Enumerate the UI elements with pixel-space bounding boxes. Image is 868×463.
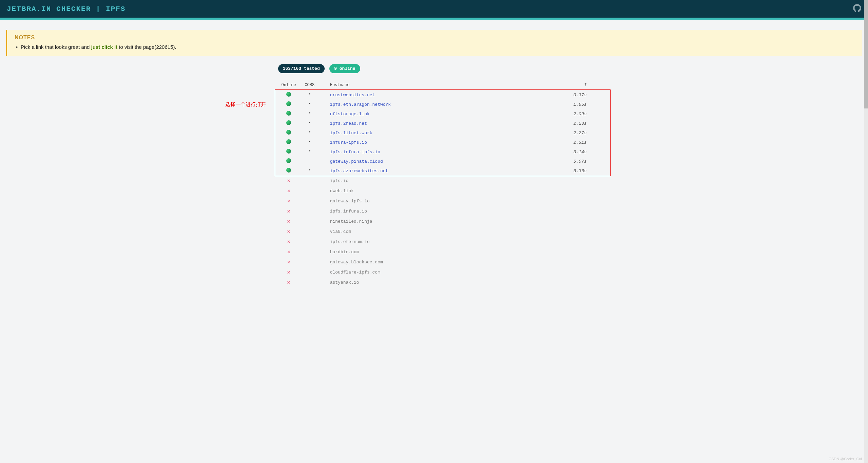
table-row: ✕cloudflare-ipfs.com xyxy=(278,267,590,277)
table-row: ✕dweb.link xyxy=(278,186,590,196)
table-row: ✕via0.com xyxy=(278,226,590,237)
table-row[interactable]: *ipfs.2read.net2.23s xyxy=(278,119,590,128)
time-cell: 1.65s xyxy=(560,100,590,109)
status-cell xyxy=(278,157,300,166)
hostname-cell: crustwebsites.net xyxy=(320,90,560,100)
cross-icon: ✕ xyxy=(287,239,290,245)
hostname-link[interactable]: ipfs.eth.aragon.network xyxy=(330,102,391,107)
cross-icon: ✕ xyxy=(287,269,290,276)
status-cell: ✕ xyxy=(278,247,300,257)
annotation-label: 选择一个进行打开 xyxy=(225,101,266,108)
hostname-link[interactable]: crustwebsites.net xyxy=(330,93,375,98)
status-cell xyxy=(278,128,300,138)
table-row[interactable]: gateway.pinata.cloud5.07s xyxy=(278,157,590,166)
github-link[interactable] xyxy=(853,4,861,14)
status-cell: ✕ xyxy=(278,176,300,186)
hostname-cell: ipfs.litnet.work xyxy=(320,128,560,138)
status-cell: ✕ xyxy=(278,277,300,287)
table-row: ✕ninetailed.ninja xyxy=(278,216,590,226)
col-online: Online xyxy=(278,80,300,90)
hostname-cell: hardbin.com xyxy=(320,247,560,257)
cors-cell xyxy=(300,267,320,277)
cross-icon: ✕ xyxy=(287,219,290,225)
notes-box: NOTES Pick a link that looks great and j… xyxy=(6,30,862,56)
notes-text-bold: just click it xyxy=(91,44,118,50)
cors-cell xyxy=(300,257,320,267)
table-row: ✕gateway.ipfs.io xyxy=(278,196,590,206)
header: JETBRA.IN CHECKER | IPFS xyxy=(0,0,868,18)
time-cell: 5.07s xyxy=(560,157,590,166)
scrollbar-thumb[interactable] xyxy=(864,0,868,108)
status-cell xyxy=(278,100,300,109)
globe-icon xyxy=(286,92,291,97)
hostname-cell: via0.com xyxy=(320,226,560,237)
time-cell: 2.27s xyxy=(560,128,590,138)
status-cell: ✕ xyxy=(278,186,300,196)
status-cell: ✕ xyxy=(278,196,300,206)
cors-cell: * xyxy=(300,166,320,176)
table-row: ✕ipfs.eternum.io xyxy=(278,237,590,247)
globe-icon xyxy=(286,158,291,163)
col-cors: CORS xyxy=(300,80,320,90)
status-cell xyxy=(278,109,300,119)
time-cell xyxy=(560,176,590,186)
time-cell xyxy=(560,186,590,196)
online-pill: 9 online xyxy=(329,64,360,73)
hostname-cell: nftstorage.link xyxy=(320,109,560,119)
hostname-link[interactable]: ipfs.litnet.work xyxy=(330,130,372,136)
table-row[interactable]: *infura-ipfs.io2.31s xyxy=(278,138,590,147)
cors-cell: * xyxy=(300,147,320,157)
main-content: NOTES Pick a link that looks great and j… xyxy=(0,20,868,298)
status-cell: ✕ xyxy=(278,216,300,226)
table-header-row: Online CORS Hostname T xyxy=(278,80,590,90)
globe-icon xyxy=(286,139,291,144)
status-pills: 163/163 tested 9 online xyxy=(278,64,590,73)
hostname-cell: astyanax.io xyxy=(320,277,560,287)
cors-cell xyxy=(300,237,320,247)
status-cell: ✕ xyxy=(278,206,300,216)
time-cell xyxy=(560,196,590,206)
cors-cell: * xyxy=(300,128,320,138)
hostname-link[interactable]: ipfs.azurewebsites.net xyxy=(330,168,388,174)
notes-item: Pick a link that looks great and just cl… xyxy=(15,44,855,50)
hostname-link[interactable]: ipfs.infura-ipfs.io xyxy=(330,149,380,155)
hostname-link[interactable]: gateway.pinata.cloud xyxy=(330,159,383,164)
hostname-cell: ipfs.eternum.io xyxy=(320,237,560,247)
scrollbar[interactable] xyxy=(864,0,868,298)
globe-icon xyxy=(286,130,291,135)
time-cell xyxy=(560,257,590,267)
table-row[interactable]: *ipfs.infura-ipfs.io3.14s xyxy=(278,147,590,157)
cross-icon: ✕ xyxy=(287,178,290,184)
table-row[interactable]: *crustwebsites.net0.37s xyxy=(278,90,590,100)
hostname-link[interactable]: nftstorage.link xyxy=(330,112,370,117)
time-cell: 6.36s xyxy=(560,166,590,176)
cross-icon: ✕ xyxy=(287,188,290,194)
hostname-link[interactable]: infura-ipfs.io xyxy=(330,140,367,145)
hostname-link[interactable]: ipfs.2read.net xyxy=(330,121,367,126)
table-row[interactable]: *nftstorage.link2.09s xyxy=(278,109,590,119)
notes-text-pre: Pick a link that looks great and xyxy=(21,44,91,50)
time-cell xyxy=(560,237,590,247)
notes-list: Pick a link that looks great and just cl… xyxy=(15,44,855,50)
cors-cell: * xyxy=(300,119,320,128)
table-row: ✕ipfs.infura.io xyxy=(278,206,590,216)
globe-icon xyxy=(286,120,291,125)
time-cell: 3.14s xyxy=(560,147,590,157)
table-row: ✕ipfs.io xyxy=(278,176,590,186)
cors-cell xyxy=(300,216,320,226)
table-row: ✕hardbin.com xyxy=(278,247,590,257)
hostname-cell: gateway.blocksec.com xyxy=(320,257,560,267)
table-row[interactable]: *ipfs.eth.aragon.network1.65s xyxy=(278,100,590,109)
table-row[interactable]: *ipfs.litnet.work2.27s xyxy=(278,128,590,138)
notes-title: NOTES xyxy=(15,35,855,41)
globe-icon xyxy=(286,149,291,154)
table-row[interactable]: *ipfs.azurewebsites.net6.36s xyxy=(278,166,590,176)
table-body: *crustwebsites.net0.37s*ipfs.eth.aragon.… xyxy=(278,90,590,287)
cors-cell xyxy=(300,206,320,216)
time-cell: 2.23s xyxy=(560,119,590,128)
cross-icon: ✕ xyxy=(287,249,290,255)
tested-pill: 163/163 tested xyxy=(278,64,325,73)
status-cell: ✕ xyxy=(278,226,300,237)
status-cell: ✕ xyxy=(278,237,300,247)
cors-cell xyxy=(300,157,320,166)
